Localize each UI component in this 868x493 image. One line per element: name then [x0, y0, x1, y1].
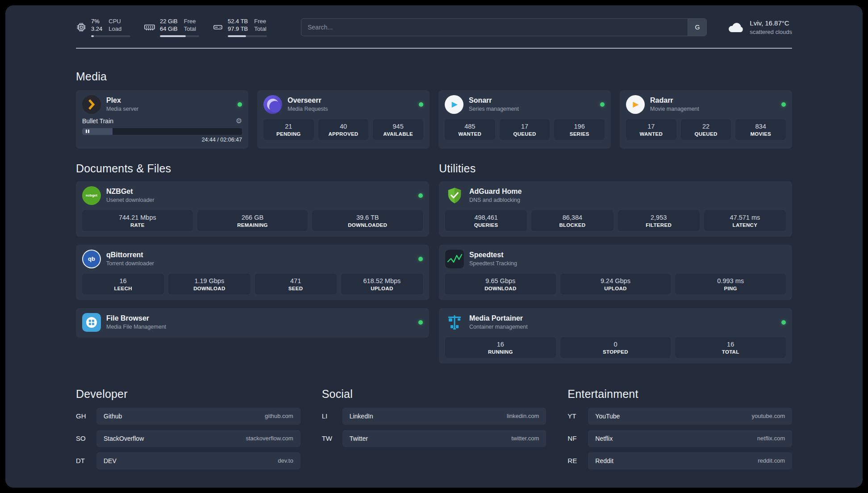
search-engine-button[interactable]: G — [688, 19, 706, 36]
stat-tile: 9.65 GbpsDOWNLOAD — [445, 274, 556, 294]
disk-icon — [213, 22, 223, 33]
stat-tile: 485WANTED — [445, 119, 495, 140]
disk-total-label: Total — [254, 25, 266, 33]
stat-tile: 0.993 msPING — [675, 274, 786, 294]
ram-metric: 22 GiB 64 GiB Free Total — [144, 18, 199, 37]
weather-condition: scattered clouds — [750, 28, 792, 36]
speedtest-icon — [445, 250, 464, 268]
app-subtitle: Media server — [106, 106, 138, 112]
bookmark-netflix[interactable]: Netflix netflix.com — [588, 430, 792, 447]
stat-tile: 22QUEUED — [681, 119, 731, 140]
search-box: G — [301, 18, 707, 36]
bookmark-row: SO StackOverflow stackoverflow.com — [76, 430, 300, 447]
disk-free-label: Free — [254, 18, 266, 25]
radarr-icon: ▶ — [626, 95, 645, 114]
stat-tile: 498,461QUERIES — [445, 210, 527, 231]
bookmark-abbr: GH — [76, 412, 96, 420]
disk-metric: 52.4 TB 97.9 TB Free Total — [213, 18, 267, 37]
stat-tile: 47.571 msLATENCY — [704, 210, 786, 231]
sonarr-card[interactable]: ▶ Sonarr Series management 485WANTED 17Q… — [438, 90, 611, 149]
dashboard: 7% 3.24 CPU Load 22 GiB — [5, 5, 863, 488]
bookmark-abbr: TW — [322, 435, 342, 442]
app-subtitle: Media File Management — [106, 324, 166, 330]
portainer-icon — [445, 313, 464, 332]
topbar-divider — [76, 48, 792, 49]
stat-tile: 196SERIES — [554, 119, 605, 140]
app-subtitle: Speedtest Tracking — [469, 260, 517, 267]
app-name: Overseerr — [288, 96, 328, 104]
weather-location: Lviv, 16.87°C — [750, 19, 792, 28]
bookmark-twitter[interactable]: Twitter twitter.com — [342, 430, 547, 447]
disk-total-value: 97.9 TB — [228, 25, 248, 33]
media-grid: Plex Media server Bullet Train ⚙ 24:44 /… — [76, 90, 792, 149]
stat-tile: 16LEECH — [82, 274, 164, 294]
portainer-card[interactable]: Media Portainer Container management 16R… — [439, 308, 792, 363]
status-dot — [419, 102, 423, 107]
gear-icon[interactable]: ⚙ — [236, 117, 242, 125]
nzbget-card[interactable]: nzbget NZBGet Usenet downloader 744.21 M… — [76, 181, 429, 237]
stat-tile: 86,384BLOCKED — [531, 210, 613, 231]
stat-tile: 17QUEUED — [500, 119, 550, 140]
app-name: Media Portainer — [469, 314, 528, 322]
app-name: AdGuard Home — [469, 188, 522, 196]
playback-progress-bar[interactable] — [82, 128, 242, 135]
status-dot — [781, 320, 786, 325]
social-section-heading: Social — [322, 388, 547, 401]
bookmark-row: YT YouTube youtube.com — [568, 408, 792, 425]
app-name: Speedtest — [469, 251, 517, 259]
status-dot — [781, 102, 786, 107]
bookmark-youtube[interactable]: YouTube youtube.com — [588, 408, 792, 425]
ram-free-value: 22 GiB — [160, 18, 178, 25]
stat-tile: 17WANTED — [626, 119, 676, 140]
bookmark-row: LI LinkedIn linkedin.com — [322, 408, 547, 425]
adguard-card[interactable]: AdGuard Home DNS and adblocking 498,461Q… — [439, 181, 792, 237]
sonarr-icon: ▶ — [445, 95, 463, 114]
media-section-heading: Media — [76, 70, 792, 83]
stat-tile: 16RUNNING — [445, 337, 556, 358]
ram-free-label: Free — [184, 18, 196, 25]
bookmark-reddit[interactable]: Reddit reddit.com — [588, 452, 792, 469]
qbittorrent-card[interactable]: qb qBittorrent Torrent downloader 16LEEC… — [76, 245, 429, 300]
overseerr-icon — [263, 95, 282, 114]
adguard-icon — [445, 186, 464, 205]
stat-tile: 0STOPPED — [560, 337, 671, 358]
app-subtitle: Movie management — [650, 106, 699, 112]
documents-section-heading: Documents & Files — [76, 162, 429, 175]
app-name: NZBGet — [106, 188, 154, 196]
pause-icon[interactable] — [86, 128, 89, 135]
app-subtitle: Torrent downloader — [106, 260, 154, 267]
app-subtitle: Usenet downloader — [106, 197, 154, 203]
app-subtitle: DNS and adblocking — [469, 197, 522, 203]
status-dot — [600, 102, 605, 107]
filebrowser-card[interactable]: File Browser Media File Management — [76, 308, 429, 338]
app-subtitle: Media Requests — [288, 106, 328, 112]
stat-tile: 744.21 MbpsRATE — [82, 210, 193, 231]
stat-tile: 16TOTAL — [675, 337, 786, 358]
ram-total-label: Total — [184, 25, 196, 33]
ram-icon — [144, 22, 155, 33]
entertainment-section-heading: Entertainment — [568, 388, 792, 401]
bookmark-row: NF Netflix netflix.com — [568, 430, 792, 447]
stat-tile: 40APPROVED — [318, 119, 369, 140]
app-name: File Browser — [106, 314, 166, 322]
utilities-section-heading: Utilities — [439, 162, 792, 175]
app-name: Sonarr — [469, 96, 519, 104]
plex-card[interactable]: Plex Media server Bullet Train ⚙ 24:44 /… — [76, 90, 248, 149]
radarr-card[interactable]: ▶ Radarr Movie management 17WANTED 22QUE… — [620, 90, 792, 149]
bookmark-abbr: RE — [568, 457, 588, 464]
search-input[interactable] — [301, 18, 707, 36]
stat-tile: 618.52 MbpsUPLOAD — [341, 274, 423, 294]
speedtest-card[interactable]: Speedtest Speedtest Tracking 9.65 GbpsDO… — [439, 245, 792, 300]
bookmark-linkedin[interactable]: LinkedIn linkedin.com — [342, 408, 547, 425]
stat-tile: 9.24 GbpsUPLOAD — [560, 274, 671, 294]
bookmark-github[interactable]: Github github.com — [96, 408, 300, 425]
stat-tile: 1.19 GbpsDOWNLOAD — [168, 274, 250, 294]
stat-tile: 21PENDING — [263, 119, 314, 140]
overseerr-card[interactable]: Overseerr Media Requests 21PENDING 40APP… — [257, 90, 430, 149]
social-links-column: Social LI LinkedIn linkedin.com TW Twitt… — [322, 388, 547, 447]
bookmark-stackoverflow[interactable]: StackOverflow stackoverflow.com — [96, 430, 300, 447]
disk-free-value: 52.4 TB — [228, 18, 248, 25]
stat-tile: 39.6 TBDOWNLOADED — [312, 210, 423, 231]
cpu-metric: 7% 3.24 CPU Load — [76, 18, 130, 37]
bookmark-dev[interactable]: DEV dev.to — [96, 452, 300, 469]
